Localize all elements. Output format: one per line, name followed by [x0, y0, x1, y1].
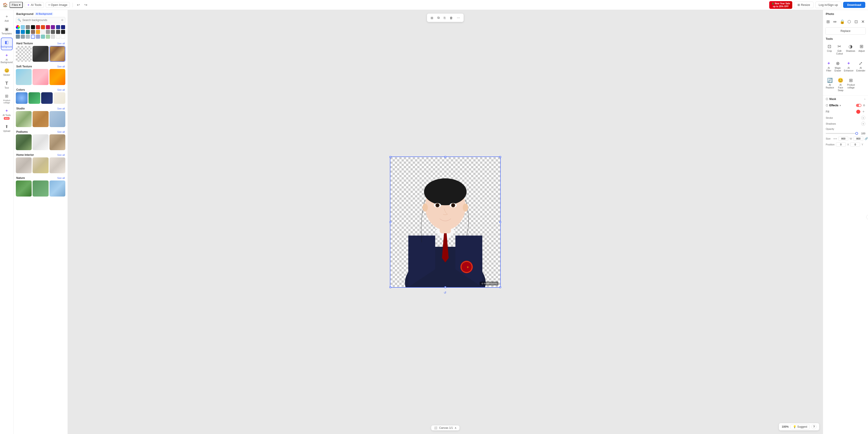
replace-button[interactable]: Replace — [825, 27, 866, 35]
thumb-plants[interactable] — [16, 111, 32, 127]
nature-see-all[interactable]: See all — [57, 177, 65, 179]
resize-button[interactable]: ⊞ Resize — [794, 2, 813, 8]
color-swatch-black[interactable] — [31, 25, 35, 29]
help-button[interactable]: ? — [811, 424, 816, 429]
thumb-wood[interactable] — [50, 46, 65, 62]
position-x-input[interactable] — [836, 143, 846, 147]
home-interior-see-all[interactable]: See all — [57, 153, 65, 156]
rp-copy-btn[interactable]: ⊡ — [852, 18, 860, 26]
resize-handle-br[interactable] — [499, 286, 501, 288]
size-height-input[interactable] — [853, 137, 863, 141]
color-swatch-lavender[interactable] — [36, 35, 40, 39]
files-menu[interactable]: Files ▾ — [9, 2, 23, 8]
color-swatch-blue[interactable] — [16, 30, 20, 34]
home-icon[interactable]: 🏠 — [3, 2, 8, 7]
tool-ai-replace[interactable]: 🔄 AI Replace — [825, 76, 835, 94]
thumb-transparent[interactable] — [16, 46, 32, 62]
canvas-tool-1[interactable]: ⊞ — [429, 15, 435, 21]
canvas-delete-btn[interactable]: 🗑 — [448, 15, 454, 21]
canvas-tool-2[interactable]: ⧉ — [436, 15, 441, 21]
panel-ai-label[interactable]: AI Background — [35, 12, 53, 16]
color-swatch-slate[interactable] — [21, 35, 25, 39]
rp-delete-btn[interactable]: ✕ — [860, 18, 866, 26]
sidebar-item-product-collage[interactable]: ⊞ Product collage — [1, 92, 13, 106]
effects-toggle[interactable] — [856, 104, 862, 107]
resize-handle-tc[interactable] — [444, 156, 446, 158]
color-swatch-charcoal[interactable] — [56, 30, 60, 34]
thumb-nature2[interactable] — [33, 180, 49, 196]
sidebar-item-upload[interactable]: ⬆ Upload — [1, 122, 13, 134]
resize-handle-tr[interactable] — [499, 156, 501, 158]
resize-handle-tl[interactable] — [390, 156, 391, 158]
color-swatch-near-white[interactable] — [56, 35, 60, 39]
resize-handle-bl[interactable] — [390, 286, 391, 288]
login-button[interactable]: Log in/Sign up — [815, 2, 841, 8]
studio-see-all[interactable]: See all — [57, 107, 65, 110]
color-swatch-gray[interactable] — [26, 25, 30, 29]
thumb-green-pod[interactable] — [16, 134, 32, 150]
thumb-home2[interactable] — [33, 157, 49, 173]
tool-magic-eraser[interactable]: ⊗ Magic Eraser — [834, 59, 842, 74]
color-picker-swatch[interactable] — [16, 25, 20, 29]
color-swatch-tan[interactable] — [31, 30, 35, 34]
color-swatch-orange[interactable] — [41, 25, 45, 29]
color-swatch-light-gray[interactable] — [51, 35, 55, 39]
size-link-icon[interactable]: 🔗 — [865, 137, 868, 140]
shadows-add-btn[interactable]: ＋ — [861, 122, 865, 126]
fill-add-btn[interactable]: ＋ — [862, 109, 865, 114]
opacity-slider[interactable] — [826, 133, 858, 134]
tool-ai-filter[interactable]: ✦ AI Filter — [825, 59, 833, 74]
stroke-add-btn[interactable]: ＋ — [861, 116, 865, 120]
color-swatch-selected[interactable] — [31, 35, 35, 39]
color-swatch-navy[interactable] — [61, 25, 65, 29]
color-swatch-sky[interactable] — [21, 25, 25, 29]
thumb-navy[interactable] — [41, 92, 53, 104]
color-swatch-teal[interactable] — [26, 30, 30, 34]
rp-arrange-btn[interactable]: ⊞ — [825, 18, 832, 26]
sidebar-item-ai-background[interactable]: ✦ AI Background — [1, 51, 13, 65]
color-swatch-white[interactable] — [61, 35, 65, 39]
thumb-light-blue[interactable] — [50, 111, 65, 127]
mask-section[interactable]: ⬡ Mask › — [823, 95, 868, 103]
podiums-see-all[interactable]: See all — [57, 131, 65, 133]
thumb-blue-grad[interactable] — [16, 92, 28, 104]
open-image-button[interactable]: + Open Image — [46, 2, 70, 8]
search-input[interactable] — [16, 17, 65, 23]
canvas-box[interactable]: ⚜ ⊙ insMind.com — [390, 156, 501, 288]
color-swatch-mist[interactable] — [26, 35, 30, 39]
color-swatch-steel[interactable] — [16, 35, 20, 39]
rp-shape-btn[interactable]: ⬡ — [846, 18, 853, 26]
tool-product-collage[interactable]: ⊞ Product collage — [846, 76, 856, 94]
thumb-pink-soft[interactable] — [33, 69, 49, 85]
tool-shadows[interactable]: ◑ Shadows — [845, 42, 856, 57]
tool-crop[interactable]: ⊡ Crop — [825, 42, 834, 57]
color-swatch-mid-gray[interactable] — [46, 30, 50, 34]
thumb-orange-soft[interactable] — [50, 69, 65, 85]
download-button[interactable]: Download — [843, 2, 865, 8]
rp-flip-btn[interactable]: ⇔ — [832, 18, 838, 26]
color-swatch-dark-gray[interactable] — [51, 30, 55, 34]
size-width-input[interactable] — [838, 137, 848, 141]
color-swatch-sage[interactable] — [46, 35, 50, 39]
canvas-tool-3[interactable]: ⎘ — [442, 15, 447, 21]
canvas-more-btn[interactable]: ⋯ — [456, 15, 461, 21]
tool-ai-extender[interactable]: ⤢ AI Extender — [855, 59, 866, 74]
rotate-handle[interactable]: ↺ — [444, 291, 447, 294]
colors-see-all[interactable]: See all — [57, 88, 65, 91]
sidebar-item-add[interactable]: ＋ Add — [1, 12, 13, 24]
thumb-sand-pod[interactable] — [50, 134, 65, 150]
sidebar-item-text[interactable]: T Text — [1, 79, 13, 91]
sidebar-item-background[interactable]: ◧ Background — [1, 37, 13, 50]
thumb-nature1[interactable] — [16, 180, 32, 196]
thumb-cream[interactable] — [54, 92, 65, 104]
ai-tools-button[interactable]: ✦ AI Tools — [25, 2, 44, 8]
undo-button[interactable]: ↩ — [75, 2, 81, 8]
resize-handle-bc[interactable] — [444, 286, 446, 288]
new-year-banner[interactable]: 🎄 New Year Sale up to 25% OFF — [769, 1, 792, 9]
thumb-fabric[interactable] — [33, 111, 49, 127]
sidebar-item-sticker[interactable]: 😊 Sticker — [1, 66, 13, 78]
suggest-button[interactable]: 💡 Suggest — [790, 424, 810, 430]
thumb-green-grad[interactable] — [29, 92, 40, 104]
hard-texture-see-all[interactable]: See all — [57, 42, 65, 45]
color-swatch-light[interactable] — [41, 30, 45, 34]
